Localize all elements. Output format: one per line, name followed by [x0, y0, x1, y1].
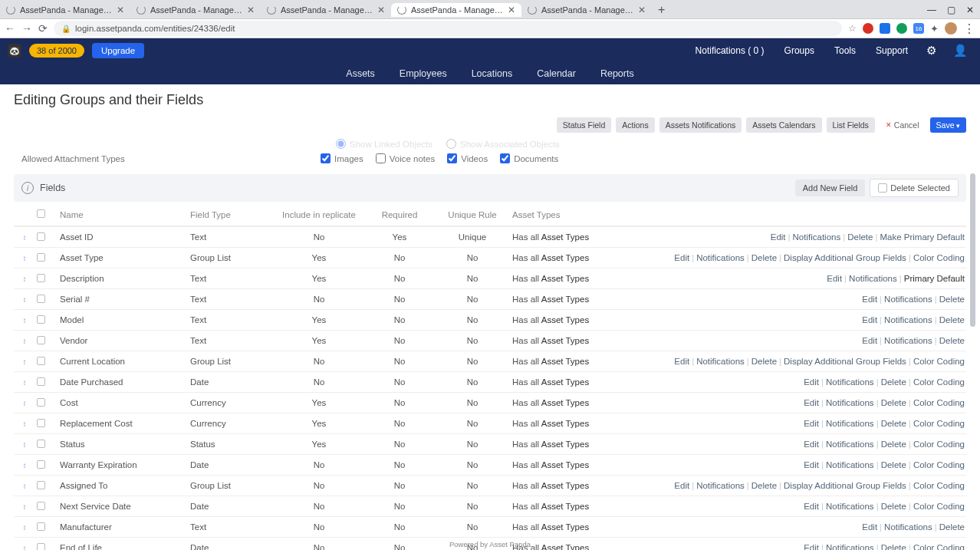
row-action-edit[interactable]: Edit: [862, 522, 877, 532]
save-button[interactable]: Save: [930, 117, 966, 133]
row-action-delete[interactable]: Delete: [881, 398, 906, 407]
ext-icon-green[interactable]: [896, 23, 907, 34]
assets-calendars-button[interactable]: Assets Calendars: [746, 117, 821, 133]
nav-item-reports[interactable]: Reports: [600, 68, 634, 79]
row-checkbox[interactable]: [37, 377, 45, 386]
row-action-notifications[interactable]: Notifications: [849, 274, 897, 283]
row-action-color_coding[interactable]: Color Coding: [913, 253, 965, 262]
show-associated-checkbox[interactable]: Show Associated Objects: [446, 139, 560, 149]
row-action-display_additional[interactable]: Display Additional Group Fields: [784, 357, 906, 366]
tab-close-icon[interactable]: ✕: [508, 5, 515, 15]
drag-handle-icon[interactable]: ↕: [23, 357, 27, 366]
row-action-edit[interactable]: Edit: [804, 440, 819, 449]
row-action-notifications[interactable]: Notifications: [826, 502, 874, 511]
row-action-delete[interactable]: Delete: [939, 295, 965, 304]
row-action-notifications[interactable]: Notifications: [884, 315, 932, 324]
app-logo-icon[interactable]: 🐼: [8, 44, 21, 58]
row-action-edit[interactable]: Edit: [674, 481, 689, 490]
row-action-delete[interactable]: Delete: [847, 232, 873, 242]
row-action-delete[interactable]: Delete: [881, 440, 906, 449]
tab-close-icon[interactable]: ✕: [247, 5, 255, 15]
voice-checkbox[interactable]: Voice notes: [376, 153, 435, 163]
row-action-color_coding[interactable]: Color Coding: [913, 481, 965, 490]
drag-handle-icon[interactable]: ↕: [23, 275, 27, 283]
nav-item-calendar[interactable]: Calendar: [537, 68, 576, 79]
row-action-edit[interactable]: Edit: [804, 377, 819, 387]
browser-tab[interactable]: AssetPanda - Management Syste✕: [521, 3, 652, 17]
browser-tab[interactable]: AssetPanda - Management Syste✕: [0, 3, 130, 17]
row-action-delete[interactable]: Delete: [881, 419, 906, 428]
drag-handle-icon[interactable]: ↕: [23, 378, 27, 387]
row-checkbox[interactable]: [37, 253, 45, 262]
row-checkbox[interactable]: [37, 440, 45, 448]
row-action-delete[interactable]: Delete: [751, 357, 777, 366]
row-action-notifications[interactable]: Notifications: [826, 440, 874, 449]
row-action-edit[interactable]: Edit: [674, 357, 689, 366]
forward-icon[interactable]: →: [21, 22, 32, 35]
row-checkbox[interactable]: [37, 336, 45, 344]
row-checkbox[interactable]: [37, 419, 45, 427]
drag-handle-icon[interactable]: ↕: [23, 399, 27, 407]
profile-avatar-icon[interactable]: [945, 22, 957, 35]
row-action-edit[interactable]: Edit: [862, 315, 877, 324]
row-action-delete[interactable]: Delete: [881, 502, 906, 511]
drag-handle-icon[interactable]: ↕: [23, 502, 27, 511]
drag-handle-icon[interactable]: ↕: [23, 482, 27, 490]
add-new-field-button[interactable]: Add New Field: [795, 179, 866, 196]
row-checkbox[interactable]: [37, 460, 45, 469]
info-icon[interactable]: i: [21, 182, 34, 194]
row-action-delete[interactable]: Delete: [881, 543, 906, 550]
row-checkbox[interactable]: [37, 481, 45, 489]
row-checkbox[interactable]: [37, 398, 45, 407]
drag-handle-icon[interactable]: ↕: [23, 440, 27, 449]
row-action-notifications[interactable]: Notifications: [826, 543, 874, 550]
notifications-link[interactable]: Notifications ( 0 ): [689, 45, 771, 56]
nav-item-assets[interactable]: Assets: [346, 68, 375, 79]
row-checkbox[interactable]: [37, 543, 45, 551]
row-action-notifications[interactable]: Notifications: [826, 377, 874, 387]
actions-button[interactable]: Actions: [616, 117, 654, 133]
drag-handle-icon[interactable]: ↕: [23, 461, 27, 469]
row-action-make_primary[interactable]: Make Primary Default: [880, 232, 965, 242]
row-action-edit[interactable]: Edit: [771, 232, 786, 242]
row-action-edit[interactable]: Edit: [804, 502, 819, 511]
row-action-color_coding[interactable]: Color Coding: [913, 377, 965, 387]
row-action-delete[interactable]: Delete: [751, 481, 777, 490]
assets-notifications-button[interactable]: Assets Notifications: [659, 117, 742, 133]
row-action-notifications[interactable]: Notifications: [884, 522, 932, 532]
row-action-edit[interactable]: Edit: [827, 274, 842, 283]
browser-tab[interactable]: AssetPanda - Management Syste✕: [130, 3, 261, 17]
new-tab-button[interactable]: +: [652, 3, 671, 17]
row-checkbox[interactable]: [37, 502, 45, 510]
row-action-notifications[interactable]: Notifications: [826, 398, 874, 407]
nav-item-locations[interactable]: Locations: [472, 68, 513, 79]
row-action-color_coding[interactable]: Color Coding: [913, 460, 965, 469]
row-action-display_additional[interactable]: Display Additional Group Fields: [784, 481, 906, 490]
row-checkbox[interactable]: [37, 274, 45, 282]
chrome-menu-icon[interactable]: ⋮: [963, 21, 975, 36]
scrollbar[interactable]: [970, 173, 975, 550]
tab-close-icon[interactable]: ✕: [377, 5, 385, 15]
row-action-edit[interactable]: Edit: [804, 398, 819, 407]
row-action-notifications[interactable]: Notifications: [884, 295, 932, 304]
ext-icon-blue[interactable]: [880, 23, 890, 34]
row-checkbox[interactable]: [37, 315, 45, 324]
tab-close-icon[interactable]: ✕: [117, 5, 124, 15]
ext-icon-red[interactable]: [863, 23, 873, 34]
row-action-color_coding[interactable]: Color Coding: [913, 502, 965, 511]
drag-handle-icon[interactable]: ↕: [23, 337, 27, 345]
star-icon[interactable]: ☆: [848, 23, 857, 34]
row-action-display_additional[interactable]: Display Additional Group Fields: [784, 253, 906, 262]
url-input[interactable]: 🔒 login.assetpanda.com/entities/24336/ed…: [54, 21, 842, 36]
list-fields-button[interactable]: List Fields: [827, 117, 875, 133]
minimize-icon[interactable]: —: [927, 5, 936, 15]
row-action-edit[interactable]: Edit: [804, 543, 819, 550]
upgrade-button[interactable]: Upgrade: [92, 43, 144, 58]
maximize-icon[interactable]: ▢: [947, 5, 955, 15]
back-icon[interactable]: ←: [5, 22, 15, 35]
videos-checkbox[interactable]: Videos: [447, 153, 488, 163]
select-all-checkbox[interactable]: [37, 209, 45, 218]
row-checkbox[interactable]: [37, 232, 45, 241]
drag-handle-icon[interactable]: ↕: [23, 420, 27, 428]
show-linked-checkbox[interactable]: Show Linked Objects: [336, 139, 432, 149]
